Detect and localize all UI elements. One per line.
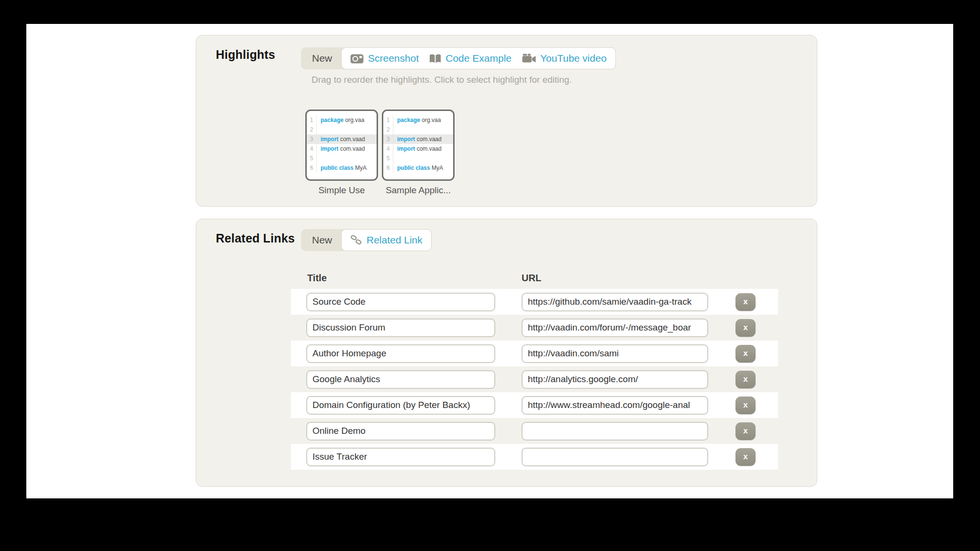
related-links-rows: x x x x x x x	[291, 289, 778, 470]
delete-link-button[interactable]: x	[735, 448, 756, 466]
code-line: 2	[307, 125, 377, 134]
related-links-panel: Related Links New Related Link Title URL…	[196, 219, 817, 487]
code-line: 4 import com.vaad	[307, 144, 377, 154]
button-label: Related Link	[367, 234, 423, 246]
highlights-help-text: Drag to reorder the highlights. Click to…	[312, 75, 572, 85]
line-number: 5	[307, 154, 317, 163]
code-keyword: public class	[397, 165, 430, 171]
related-link-row: x	[291, 315, 778, 341]
line-number: 1	[383, 115, 393, 125]
highlights-new-pill: Screenshot Code Example YouTube video	[341, 47, 616, 69]
code-keyword: import	[397, 145, 415, 152]
new-label: New	[301, 47, 341, 69]
line-number: 3	[383, 134, 393, 144]
line-number: 2	[307, 125, 317, 134]
related-links-title: Related Links	[216, 231, 295, 245]
line-number: 1	[307, 115, 317, 125]
code-thumbnail[interactable]: 1 package org.vaa 2 3 import com.vaad 4 …	[382, 110, 455, 181]
code-text: com.vaad	[338, 136, 365, 143]
line-number: 6	[383, 163, 393, 173]
link-title-input[interactable]	[306, 344, 495, 363]
related-link-row: x	[291, 366, 778, 392]
page-canvas: Highlights New Screenshot Code Example	[26, 24, 953, 498]
new-related-link-button[interactable]: Related Link	[350, 234, 423, 246]
code-lines: 1 package org.vaa 2 3 import com.vaad 4 …	[307, 115, 377, 173]
line-number: 5	[383, 154, 393, 163]
code-line: 5	[307, 154, 377, 163]
link-title-input[interactable]	[306, 422, 495, 441]
camera-icon	[350, 53, 364, 64]
code-line: 5	[383, 154, 453, 163]
link-title-input[interactable]	[306, 448, 495, 466]
code-text: com.vaad	[415, 136, 441, 143]
code-text: MyA	[430, 165, 443, 171]
highlight-item[interactable]: 1 package org.vaa 2 3 import com.vaad 4 …	[305, 110, 378, 196]
highlights-title: Highlights	[216, 48, 275, 62]
column-header-title: Title	[307, 273, 522, 284]
table-header: Title URL	[291, 267, 778, 289]
link-title-input[interactable]	[306, 396, 495, 415]
line-number: 4	[307, 144, 317, 154]
link-url-input[interactable]	[522, 319, 708, 337]
highlights-panel: Highlights New Screenshot Code Example	[196, 35, 817, 207]
related-link-row: x	[291, 289, 778, 315]
link-title-input[interactable]	[306, 370, 495, 389]
code-line: 2	[383, 125, 453, 134]
delete-link-button[interactable]: x	[735, 422, 756, 440]
link-url-input[interactable]	[522, 344, 708, 363]
line-number: 4	[383, 144, 393, 154]
link-url-input[interactable]	[522, 448, 708, 466]
code-keyword: import	[321, 136, 338, 143]
related-links-table: Title URL x x x x x x x	[291, 267, 778, 470]
related-links-new-group: New Related Link	[301, 229, 432, 251]
video-camera-icon	[522, 54, 536, 64]
new-code-example-button[interactable]: Code Example	[429, 53, 512, 64]
link-icon	[350, 235, 362, 245]
thumbnail-caption: Simple Use	[318, 185, 365, 196]
code-text: MyA	[354, 165, 367, 171]
new-screenshot-button[interactable]: Screenshot	[350, 53, 419, 64]
code-keyword: package	[321, 117, 344, 123]
related-link-row: x	[291, 341, 778, 366]
link-url-input[interactable]	[522, 396, 708, 415]
code-line: 6 public class MyA	[307, 163, 377, 173]
highlight-item[interactable]: 1 package org.vaa 2 3 import com.vaad 4 …	[382, 110, 455, 196]
delete-link-button[interactable]: x	[735, 345, 756, 363]
link-url-input[interactable]	[522, 370, 708, 389]
highlights-new-group: New Screenshot Code Example	[301, 47, 616, 69]
link-url-input[interactable]	[522, 422, 708, 441]
delete-link-button[interactable]: x	[735, 397, 756, 414]
link-title-input[interactable]	[306, 319, 495, 337]
related-link-row: x	[291, 392, 778, 418]
code-keyword: public class	[321, 165, 354, 171]
code-thumbnail[interactable]: 1 package org.vaa 2 3 import com.vaad 4 …	[305, 110, 378, 181]
related-link-row: x	[291, 418, 778, 444]
column-header-url: URL	[522, 273, 541, 284]
code-line: 1 package org.vaa	[383, 115, 453, 125]
button-label: YouTube video	[540, 53, 607, 64]
code-text: com.vaad	[338, 145, 365, 152]
code-text: org.vaa	[344, 117, 364, 123]
line-number: 6	[307, 163, 317, 173]
code-text: org.vaa	[420, 117, 441, 123]
new-label: New	[301, 229, 341, 251]
delete-link-button[interactable]: x	[735, 293, 756, 311]
new-youtube-video-button[interactable]: YouTube video	[522, 53, 607, 64]
link-title-input[interactable]	[306, 293, 495, 311]
delete-link-button[interactable]: x	[735, 371, 756, 388]
code-line: 1 package org.vaa	[307, 115, 377, 125]
link-url-input[interactable]	[522, 293, 708, 311]
thumbnail-caption: Sample Applic...	[386, 185, 451, 196]
line-number: 2	[383, 125, 393, 134]
thumbnails: 1 package org.vaa 2 3 import com.vaad 4 …	[305, 110, 455, 196]
code-keyword: import	[397, 136, 415, 143]
line-number: 3	[307, 134, 317, 144]
code-line: 3 import com.vaad	[383, 134, 453, 144]
code-line: 4 import com.vaad	[383, 144, 453, 154]
button-label: Screenshot	[368, 53, 419, 64]
code-keyword: import	[321, 145, 338, 152]
book-icon	[429, 54, 441, 64]
delete-link-button[interactable]: x	[735, 319, 756, 337]
related-links-new-pill: Related Link	[341, 229, 432, 251]
code-text: com.vaad	[415, 145, 441, 152]
